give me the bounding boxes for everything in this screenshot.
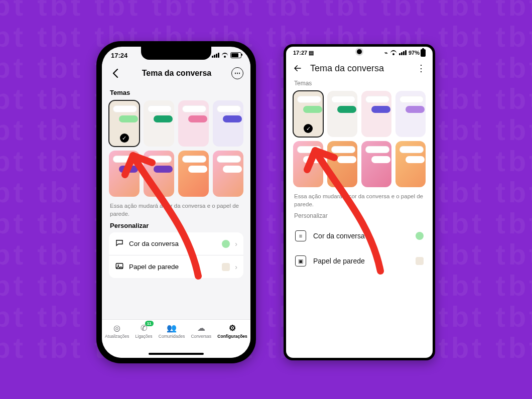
phone-icon: ✆11 xyxy=(139,323,150,333)
more-button[interactable]: ⋯ xyxy=(231,67,243,79)
ios-tab-bar: ◎ Atualizações ✆11 Ligações 👥 Comunidade… xyxy=(102,319,250,358)
wallpaper-row[interactable]: Papel de parede › xyxy=(109,255,243,278)
chat-color-label: Cor da conversa xyxy=(129,240,217,247)
wallpaper-icon: ▣ xyxy=(295,255,306,267)
theme-option-7[interactable] xyxy=(361,141,391,187)
tab-settings[interactable]: ⚙ Configurações xyxy=(217,323,247,339)
tab-settings-label: Configurações xyxy=(217,334,247,339)
themes-grid-row2 xyxy=(109,151,243,197)
theme-option-5[interactable] xyxy=(109,151,140,197)
theme-option-default[interactable]: ✓ xyxy=(109,100,140,147)
wifi-icon xyxy=(390,50,397,55)
customize-section-label: Personalizar xyxy=(110,222,242,229)
page-title: Tema da conversa xyxy=(310,63,409,74)
themes-grid: ✓ xyxy=(293,91,426,137)
page-title: Tema da conversa xyxy=(142,69,211,78)
check-icon: ✓ xyxy=(120,134,129,143)
theme-option-8[interactable] xyxy=(213,151,243,197)
back-button[interactable] xyxy=(292,63,303,74)
home-indicator xyxy=(149,353,204,355)
iphone-frame: 17:24 Tema da conversa ⋯ Temas ✓ xyxy=(96,41,256,363)
tab-calls-label: Ligações xyxy=(136,334,153,339)
tab-calls[interactable]: ✆11 Ligações xyxy=(136,323,153,339)
arrow-left-icon xyxy=(293,64,302,73)
android-screen: 17:27 ▤ ⌁ 97% Tema da conversa ⋮ Temas xyxy=(286,47,433,358)
android-frame: 17:27 ▤ ⌁ 97% Tema da conversa ⋮ Temas xyxy=(284,44,435,360)
chat-color-label: Cor da conversa xyxy=(313,232,409,240)
sim-icon: ▤ xyxy=(309,50,314,56)
ios-nav-header: Tema da conversa ⋯ xyxy=(102,64,250,84)
themes-hint: Essa ação mudará a cor da conversa e o p… xyxy=(294,192,425,208)
chevron-right-icon: › xyxy=(235,240,237,248)
theme-option-6[interactable] xyxy=(144,151,174,197)
wallpaper-swatch xyxy=(222,263,230,271)
battery-percent: 97% xyxy=(409,50,420,56)
tab-chats-label: Conversas xyxy=(191,334,211,339)
theme-option-4[interactable] xyxy=(395,91,426,137)
calls-badge: 11 xyxy=(145,321,154,326)
ios-status-time: 17:24 xyxy=(111,52,127,59)
theme-option-5[interactable] xyxy=(293,141,323,187)
people-icon: 👥 xyxy=(166,323,177,333)
iphone-notch xyxy=(141,47,211,60)
more-button[interactable]: ⋮ xyxy=(416,63,427,74)
background-pattern xyxy=(0,0,532,399)
chat-color-swatch xyxy=(222,240,230,248)
themes-hint: Essa ação mudará a cor da conversa e o p… xyxy=(110,202,242,218)
android-camera-hole xyxy=(357,49,362,54)
theme-option-3[interactable] xyxy=(178,100,209,147)
gear-icon: ⚙ xyxy=(227,323,238,333)
status-icon: ◎ xyxy=(111,323,122,333)
chat-bubble-icon: ≡ xyxy=(295,230,306,241)
theme-option-3[interactable] xyxy=(361,91,391,137)
chevron-right-icon: › xyxy=(235,263,237,271)
theme-option-4[interactable] xyxy=(213,100,243,147)
themes-grid: ✓ xyxy=(109,100,243,147)
wallpaper-label: Papel de parede xyxy=(129,263,217,271)
wallpaper-row[interactable]: ▣ Papel de parede xyxy=(293,248,426,274)
wallpaper-swatch xyxy=(416,257,424,265)
iphone-screen: 17:24 Tema da conversa ⋯ Temas ✓ xyxy=(102,47,250,358)
theme-option-default[interactable]: ✓ xyxy=(293,91,323,137)
image-icon xyxy=(115,261,124,272)
battery-icon xyxy=(230,52,241,58)
theme-option-2[interactable] xyxy=(144,100,174,147)
customize-section-label: Personalizar xyxy=(294,212,425,219)
theme-option-8[interactable] xyxy=(395,141,426,187)
battery-status: 97% xyxy=(409,49,426,57)
chat-bubble-icon xyxy=(115,238,124,249)
android-status-time: 17:27 xyxy=(293,50,307,56)
signal-icon xyxy=(212,53,219,58)
chat-icon: ☁ xyxy=(196,323,207,333)
themes-section-label: Temas xyxy=(110,89,242,96)
chat-color-row[interactable]: Cor da conversa › xyxy=(109,232,243,255)
customize-card: Cor da conversa › Papel de parede › xyxy=(109,232,243,278)
svg-point-1 xyxy=(118,264,119,265)
tab-communities-label: Comunidades xyxy=(159,334,185,339)
tab-updates-label: Atualizações xyxy=(105,334,129,339)
chevron-left-icon xyxy=(112,69,118,78)
tab-updates[interactable]: ◎ Atualizações xyxy=(105,323,129,339)
tab-communities[interactable]: 👥 Comunidades xyxy=(159,323,185,339)
theme-option-2[interactable] xyxy=(327,91,357,137)
battery-icon xyxy=(421,49,426,57)
themes-section-label: Temas xyxy=(294,80,425,87)
back-button[interactable] xyxy=(109,67,122,80)
theme-option-6[interactable] xyxy=(327,141,357,187)
chat-color-swatch xyxy=(416,232,424,240)
tab-chats[interactable]: ☁ Conversas xyxy=(191,323,211,339)
chat-color-row[interactable]: ≡ Cor da conversa xyxy=(293,223,426,248)
android-nav-header: Tema da conversa ⋮ xyxy=(286,59,433,77)
signal-icon xyxy=(399,50,407,55)
themes-grid-row2 xyxy=(293,141,426,187)
bluetooth-icon: ⌁ xyxy=(384,50,388,56)
theme-option-7[interactable] xyxy=(178,151,209,197)
wifi-icon xyxy=(221,53,228,58)
wallpaper-label: Papel de parede xyxy=(313,257,409,265)
check-icon: ✓ xyxy=(304,124,313,133)
